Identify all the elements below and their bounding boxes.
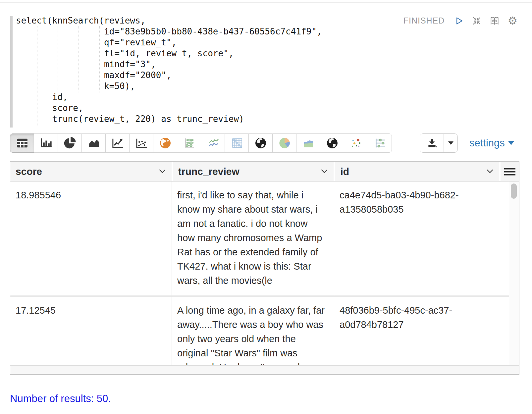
viz-button-bar-chart[interactable] [34,133,58,153]
pie-colored-icon [278,136,291,150]
vertical-scrollbar[interactable] [509,181,519,365]
table-horizontal-scroll-area[interactable] [10,365,519,374]
code-line: select(knnSearch(reviews, [16,15,322,26]
line-chart-icon [111,136,124,150]
download-icon [426,137,438,149]
editor-gutter [10,16,13,128]
chart-type-group [10,133,392,153]
code-line: id, [16,92,322,103]
cell-id-row1: ca4e74d5-ba03-4b90-b682-a1358058b035 [334,181,509,297]
viz-button-heatmap[interactable] [225,133,249,153]
hamburger-menu-icon [504,168,515,176]
globe-dark-icon [254,136,267,150]
pie-chart-icon [63,136,77,150]
column-label: id [340,166,349,177]
area-chart-icon [87,136,100,150]
viz-button-area-colored[interactable] [296,133,320,153]
viz-button-range-sliders[interactable] [368,133,392,153]
globe-orange-icon [159,136,172,150]
settings-label: settings [469,137,505,149]
cell-trunc-review-row1: first, i'd like to say that, while i kno… [172,181,334,297]
viz-button-bubble-grid[interactable] [177,133,201,153]
code-line: fl="id, review_t, score", [16,48,322,59]
results-count-text: Number of results: 50. [10,393,111,405]
scatter-chart-icon [135,136,148,150]
paragraph-top-divider [0,2,532,3]
column-label: score [16,166,42,177]
column-score: 18.985546 17.12545 [10,181,172,365]
column-trunc-review: first, i'd like to say that, while i kno… [172,181,334,365]
viz-button-multi-line[interactable] [201,133,225,153]
column-label: trunc_review [178,166,239,177]
column-header-trunc-review[interactable]: trunc_review [173,162,334,181]
viz-button-pie-colored[interactable] [272,133,296,153]
code-line: mindf="3", [16,59,322,70]
viz-button-map-orange[interactable] [153,133,177,153]
code-line: score, [16,103,322,114]
download-options-button[interactable] [444,134,457,152]
viz-button-area-chart[interactable] [81,133,106,153]
viz-button-map-dark-1[interactable] [248,133,273,153]
chevron-down-icon [159,169,166,174]
column-header-score[interactable]: score [10,162,172,181]
bubble-grid-green-icon [183,136,196,150]
globe-dark-icon [326,136,339,150]
notebook-paragraph: select(knnSearch(reviews, id="83e9b5b0-b… [0,0,532,414]
scatter-colored-icon [349,136,363,150]
cell-score-row1: 18.985546 [10,181,172,297]
compress-icon [472,16,482,26]
settings-gear-button[interactable]: ⚙ [507,15,517,26]
heatmap-grid-blue-icon [230,136,243,150]
column-header-id[interactable]: id [335,162,499,181]
cell-id-row2: 48f036b9-5bfc-495c-ac37-a0d784b78127 [334,297,509,365]
download-split-button [420,133,458,153]
chevron-down-icon [487,169,493,174]
paragraph-editor[interactable]: select(knnSearch(reviews, id="83e9b5b0-b… [10,15,421,129]
status-badge: FINISHED [403,16,445,26]
run-button[interactable] [454,16,464,26]
viz-button-scatter-chart[interactable] [129,133,153,153]
result-table: score trunc_review id [10,161,519,375]
caret-down-icon [508,141,514,145]
book-icon [489,16,500,26]
viz-button-line-chart[interactable] [105,133,130,153]
code-line: qf="review_t", [16,37,322,48]
table-body: 18.985546 17.12545 first, i'd like to sa… [10,181,519,365]
bar-chart-icon [39,136,53,150]
column-id: ca4e74d5-ba03-4b90-b682-a1358058b035 48f… [334,181,509,365]
scrollbar-thumb[interactable] [511,183,517,199]
paragraph-controls: FINISHED ⚙ [403,15,517,26]
visualization-toolbar: settings [10,133,522,153]
collapse-button[interactable] [472,16,482,26]
viz-button-map-dark-2[interactable] [320,133,344,153]
report-view-button[interactable] [489,16,500,26]
area-colored-icon [302,136,315,150]
code-line: maxdf="2000", [16,70,322,81]
query-code[interactable]: select(knnSearch(reviews, id="83e9b5b0-b… [16,15,322,125]
cell-trunc-review-row2: A long time ago, in a galaxy far, far aw… [172,297,334,365]
viz-button-scatter-colored[interactable] [344,133,368,153]
code-line: k=50), [16,81,322,92]
code-line: id="83e9b5b0-bb80-438e-b437-60556c7c41f9… [16,26,322,37]
multi-line-colored-icon [206,136,220,150]
viz-button-table[interactable] [10,133,34,153]
code-line: trunc(review_t, 220) as trunc_review) [16,114,322,125]
cell-score-row2: 17.12545 [10,297,172,365]
table-menu-button[interactable] [501,162,519,181]
range-sliders-icon [373,136,387,150]
viz-button-pie-chart[interactable] [58,133,82,153]
play-icon [454,16,464,26]
table-header-row: score trunc_review id [10,162,519,181]
chevron-down-icon [321,169,328,174]
caret-down-icon [448,141,453,145]
settings-link[interactable]: settings [469,137,514,149]
table-chart-icon [16,136,29,150]
download-button[interactable] [420,134,444,152]
